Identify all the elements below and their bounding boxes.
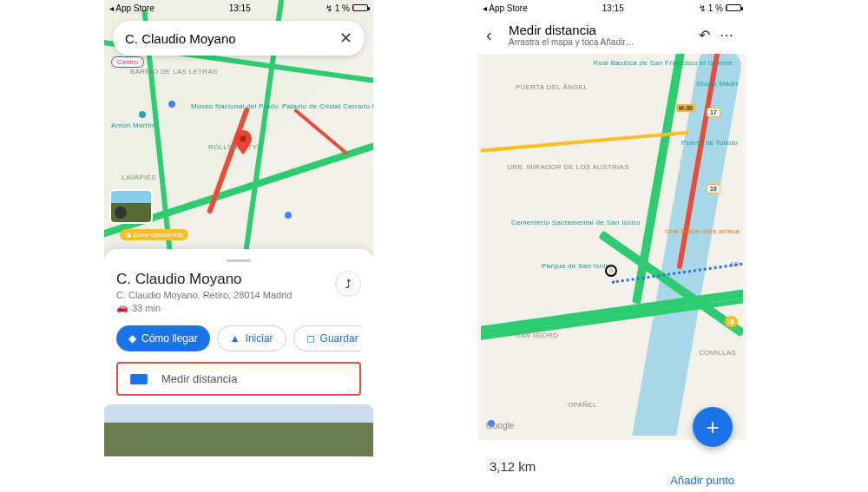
sheet-grabber[interactable] [227, 259, 251, 262]
highway-shield: M-30 [676, 104, 695, 112]
measure-distance-button[interactable]: Medir distancia [116, 362, 361, 396]
exit-shield: 17 [707, 108, 720, 117]
map-label-metro[interactable]: Antón Martín [111, 121, 154, 129]
streetview-thumbnail[interactable] [109, 189, 153, 224]
map-label-poi[interactable]: Museo Nacional del Prado [191, 102, 279, 110]
status-bar: ◂ App Store 13:15 ↯1 % [104, 0, 373, 16]
add-point-fab[interactable]: + [693, 407, 733, 447]
measure-footer: 3,12 km Añadir punto [477, 440, 746, 492]
map-label: PUERTA DEL ÁNGEL [516, 83, 588, 91]
undo-icon[interactable]: ↶ [693, 27, 715, 43]
map-label: LAVAPIÉS [122, 174, 156, 181]
place-drive-time: 🚗33 min [116, 302, 335, 313]
phone-right: ◂ App Store 13:15 ↯1 % ‹ Medir distancia… [477, 0, 746, 492]
map-canvas[interactable]: Real Basílica de San Francisco el Grande… [481, 54, 743, 436]
directions-button[interactable]: ◆ Cómo llegar [116, 325, 210, 351]
google-logo: Google [486, 421, 514, 430]
place-address: C. Claudio Moyano, Retiro, 28014 Madrid [116, 290, 335, 300]
crowd-icon: ◑ [125, 231, 131, 239]
map-label-poi[interactable]: Shoko Madri [696, 80, 738, 88]
map-label: SAN ISIDRO [516, 331, 558, 339]
add-point-link[interactable]: Añadir punto [670, 474, 734, 487]
more-icon[interactable]: ⋯ [715, 27, 738, 43]
ruler-icon [130, 374, 148, 384]
search-bar[interactable]: ✕ [113, 21, 365, 56]
map-label: OPAÑEL [568, 401, 597, 409]
status-back-app[interactable]: ◂ App Store [483, 3, 528, 13]
bookmark-icon: ◻ [306, 332, 315, 344]
map-label-poi[interactable]: Parque de San Isidro [542, 262, 612, 270]
map-label-poi[interactable]: Palacio de Cristal Cerrado temporalmente [282, 102, 373, 110]
status-time: 13:15 [528, 3, 699, 13]
distance-readout: 3,12 km [490, 459, 734, 474]
status-time: 13:15 [155, 3, 326, 13]
map-label-poi[interactable]: Cementerio Sacramental de San Isidro [511, 219, 641, 226]
action-row: ◆ Cómo llegar ▲ Iniciar ◻ Guardar [116, 325, 361, 351]
save-button[interactable]: ◻ Guardar [293, 325, 361, 351]
back-icon[interactable]: ‹ [486, 25, 503, 45]
poi-centro[interactable]: Centro [111, 56, 144, 68]
exit-shield: 16 [707, 184, 720, 194]
map-pin[interactable] [234, 130, 252, 154]
poi-icon [139, 111, 146, 118]
status-battery: ↯1 % [326, 3, 368, 13]
map-label: BARRIO DE LAS LETRAS [130, 68, 218, 75]
share-button[interactable]: ⤴ [335, 271, 361, 297]
start-button[interactable]: ▲ Iniciar [217, 325, 286, 351]
crowd-badge[interactable]: ◑ [725, 316, 738, 327]
measure-title: Medir distancia [509, 23, 693, 37]
clear-icon[interactable]: ✕ [339, 29, 352, 48]
map-label-poi[interactable]: Puerta de Toledo [681, 139, 738, 147]
map-label-poi[interactable]: Real Basílica de San Francisco el Grande [593, 59, 733, 67]
map-label: COMILLAS [699, 349, 736, 357]
phone-left: ◂ App Store 13:15 ↯1 % BARRIO DE LAS LET… [104, 0, 373, 492]
search-input[interactable] [125, 31, 339, 46]
share-icon: ⤴ [345, 278, 352, 291]
navigate-icon: ▲ [230, 332, 240, 344]
svg-point-0 [240, 136, 247, 142]
place-title: C. Claudio Moyano [116, 271, 335, 288]
measure-subtitle: Arrastra el mapa y toca Añadir… [509, 37, 693, 47]
plus-icon: + [706, 414, 719, 441]
map-label: URB. MIRADOR DE LOS AUSTRIAS [507, 163, 629, 171]
measure-target[interactable] [605, 265, 617, 277]
status-bar: ◂ App Store 13:15 ↯1 % [477, 0, 746, 16]
poi-icon [168, 101, 175, 108]
streetview-strip[interactable] [104, 404, 373, 456]
crowd-badge[interactable]: ◑ Zona concurrida [120, 229, 188, 240]
map-label-poi[interactable]: Una Dolce Idea artesa [665, 227, 740, 235]
status-battery: ↯1 % [699, 3, 741, 13]
measure-header: ‹ Medir distancia Arrastra el mapa y toc… [477, 16, 746, 54]
place-sheet[interactable]: C. Claudio Moyano C. Claudio Moyano, Ret… [104, 249, 373, 492]
car-icon: 🚗 [116, 302, 128, 313]
directions-icon: ◆ [128, 332, 136, 344]
status-back-app[interactable]: ◂ App Store [109, 3, 155, 13]
transit-icon [285, 212, 292, 219]
